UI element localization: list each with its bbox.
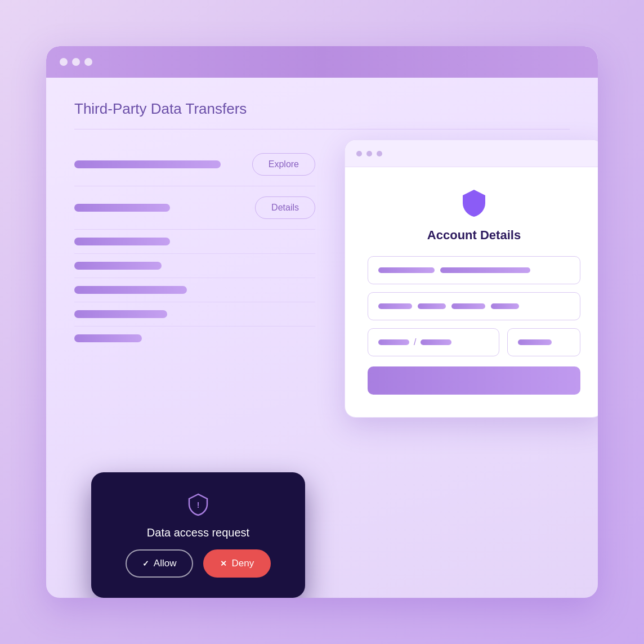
submit-button[interactable] bbox=[368, 366, 580, 395]
form-bar-2b bbox=[418, 303, 446, 309]
left-column: Explore Details bbox=[74, 143, 315, 350]
form-bar-2d bbox=[491, 303, 519, 309]
title-divider bbox=[74, 129, 570, 129]
allow-label: Allow bbox=[154, 558, 177, 569]
explore-button[interactable]: Explore bbox=[252, 153, 315, 176]
sub-bar-1 bbox=[74, 238, 170, 245]
data-access-request-modal: ! Data access request ✓ Allow ✕ Deny bbox=[91, 472, 305, 598]
details-button[interactable]: Details bbox=[255, 196, 315, 219]
inner-minimize-light[interactable] bbox=[366, 151, 372, 156]
list-row-1: Explore bbox=[74, 143, 315, 186]
list-row-2: Details bbox=[74, 186, 315, 230]
sub-bar-2 bbox=[74, 262, 162, 270]
page-title: Third-Party Data Transfers bbox=[74, 100, 570, 118]
content-bar-2 bbox=[74, 204, 170, 212]
form-field-1[interactable] bbox=[368, 256, 580, 284]
form-bar-1b bbox=[440, 267, 530, 273]
form-field-2[interactable] bbox=[368, 292, 580, 320]
allow-button[interactable]: ✓ Allow bbox=[126, 549, 194, 578]
sub-bar-3 bbox=[74, 286, 187, 294]
check-icon: ✓ bbox=[142, 559, 149, 568]
sub-row-2 bbox=[74, 254, 315, 278]
form-field-half-right[interactable] bbox=[507, 328, 580, 356]
modal-title: Data access request bbox=[147, 526, 249, 539]
deny-button[interactable]: ✕ Deny bbox=[203, 549, 271, 578]
form-row-split: / bbox=[368, 328, 580, 356]
form-bar-1a bbox=[378, 267, 435, 273]
sub-row-3 bbox=[74, 278, 315, 302]
form-bar-3c bbox=[518, 339, 552, 345]
outer-browser-window: Third-Party Data Transfers Explore Detai… bbox=[46, 46, 598, 598]
minimize-button-light[interactable] bbox=[72, 58, 80, 66]
content-bar-1 bbox=[74, 160, 221, 168]
form-bar-2a bbox=[378, 303, 412, 309]
modal-buttons: ✓ Allow ✕ Deny bbox=[111, 549, 285, 578]
form-field-half-left[interactable]: / bbox=[368, 328, 499, 356]
sub-row-1 bbox=[74, 230, 315, 254]
form-bar-2c bbox=[451, 303, 485, 309]
modal-shield-alert-icon: ! bbox=[186, 493, 210, 516]
inner-traffic-lights bbox=[356, 151, 382, 156]
account-details-title: Account Details bbox=[427, 228, 521, 243]
inner-browser-titlebar bbox=[345, 140, 598, 167]
browser-content: Third-Party Data Transfers Explore Detai… bbox=[46, 78, 598, 598]
browser-titlebar bbox=[46, 46, 598, 78]
slash-separator: / bbox=[414, 337, 416, 347]
form-bar-3a bbox=[378, 339, 409, 345]
close-button-light[interactable] bbox=[60, 58, 68, 66]
sub-bar-5 bbox=[74, 334, 142, 342]
shield-icon bbox=[458, 187, 490, 219]
x-icon: ✕ bbox=[220, 559, 227, 568]
inner-browser-window: Account Details / bbox=[345, 140, 598, 418]
inner-close-light[interactable] bbox=[356, 151, 362, 156]
inner-browser-content: Account Details / bbox=[345, 167, 598, 417]
svg-text:!: ! bbox=[197, 500, 200, 509]
sub-bar-4 bbox=[74, 310, 167, 318]
maximize-button-light[interactable] bbox=[84, 58, 92, 66]
deny-label: Deny bbox=[231, 558, 254, 569]
inner-maximize-light[interactable] bbox=[377, 151, 382, 156]
traffic-lights bbox=[60, 58, 92, 66]
sub-row-5 bbox=[74, 327, 315, 350]
sub-row-4 bbox=[74, 302, 315, 327]
form-bar-3b bbox=[421, 339, 451, 345]
